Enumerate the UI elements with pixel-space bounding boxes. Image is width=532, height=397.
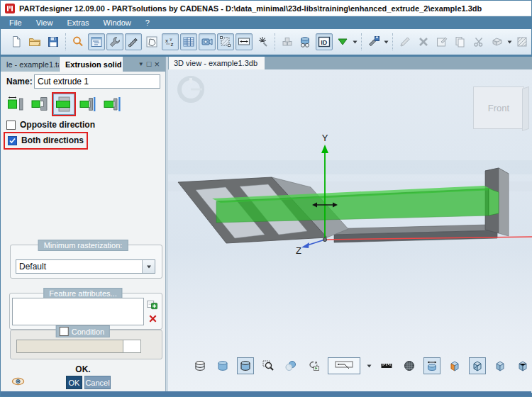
left-tab-controls: ▼ □ × — [138, 57, 165, 72]
combobox-dropdown-button[interactable] — [142, 260, 155, 273]
iso-view-2-icon — [516, 359, 529, 372]
3d-viewport[interactable]: Front — [168, 69, 532, 393]
condition-checkbox[interactable] — [60, 327, 69, 336]
annotation-tool-icon — [335, 359, 353, 372]
ruler-icon — [380, 359, 393, 372]
y-axis-arrow — [321, 145, 328, 153]
menu-window[interactable]: Window — [96, 16, 138, 29]
annotation-tool-button[interactable] — [328, 357, 360, 374]
left-tab-bar: le - example1.tab Extrusion solid ▼ □ × — [1, 57, 165, 72]
tab-extrusion-solid[interactable]: Extrusion solid — [60, 57, 123, 72]
tab-example1-tab[interactable]: le - example1.tab — [1, 57, 60, 72]
selection-area-icon — [219, 35, 232, 48]
paste-button — [489, 33, 506, 50]
model-flange-side — [499, 168, 509, 236]
extrude-mode-blind-depth-button[interactable] — [5, 94, 26, 115]
iso-view-1-button[interactable] — [492, 357, 509, 374]
3d-scene: Y Z — [168, 69, 532, 393]
copy-button — [452, 33, 469, 50]
section-view-button[interactable] — [469, 357, 486, 374]
render-quality-icon — [284, 359, 297, 372]
condition-input — [16, 340, 123, 353]
menu-help[interactable]: ? — [138, 16, 157, 29]
dimensioning-button[interactable] — [235, 33, 253, 50]
blind-depth-icon — [6, 95, 25, 113]
app-window: PARTdesigner 12.09.00 - PARTsolutions by… — [0, 0, 532, 397]
wireframe-view-button[interactable] — [192, 357, 209, 374]
tools-wrench-button[interactable] — [106, 33, 123, 50]
open-file-button[interactable] — [26, 33, 43, 50]
new-file-button[interactable] — [8, 33, 25, 50]
render-quality-button[interactable] — [282, 357, 299, 374]
direction-arrow-icon — [336, 35, 349, 48]
tab-list-dropdown-icon[interactable]: ▼ — [138, 57, 144, 72]
shaded-view-button[interactable] — [214, 357, 231, 374]
wireframe-view-icon — [194, 359, 206, 372]
extrude-mode-up-to-next-button[interactable] — [29, 94, 50, 115]
zoom-area-icon — [262, 359, 275, 372]
through-all-icon — [55, 95, 73, 113]
save-icon — [47, 35, 60, 48]
toolbar-separator — [392, 33, 393, 50]
extrude-mode-up-to-surface-button[interactable] — [77, 94, 99, 115]
menu-view[interactable]: View — [29, 16, 60, 29]
zoom-area-button[interactable] — [260, 357, 277, 374]
magic-wand-button[interactable] — [254, 33, 271, 50]
toolbar-separator — [361, 33, 362, 50]
coordinate-system-button[interactable]: xyz — [162, 33, 179, 50]
close-icon[interactable]: × — [154, 57, 160, 72]
ruler-button[interactable] — [378, 357, 395, 374]
delete-attribute-icon[interactable] — [147, 313, 158, 324]
origin-marker[interactable] — [323, 237, 326, 241]
extrude-mode-through-all-button[interactable] — [53, 94, 74, 115]
assembly-button — [279, 33, 296, 50]
toolbar-grip[interactable] — [4, 33, 5, 50]
ok-button[interactable]: OK — [66, 376, 82, 389]
value-table-button[interactable] — [180, 33, 197, 50]
cut-icon — [472, 35, 485, 48]
value-table-icon — [182, 35, 195, 48]
iso-view-2-button[interactable] — [514, 357, 531, 374]
measure-solid-icon — [426, 359, 438, 372]
measure-solid-button[interactable] — [423, 357, 440, 374]
shaded-edges-view-button[interactable] — [237, 357, 254, 374]
mesh-view-button[interactable] — [401, 357, 418, 374]
maximize-icon[interactable]: □ — [147, 57, 152, 72]
direction-arrow-dropdown-icon[interactable] — [352, 33, 358, 50]
menu-extras[interactable]: Extras — [60, 16, 96, 29]
search-button[interactable] — [70, 33, 87, 50]
up-to-plane-icon — [103, 95, 121, 113]
part-structure-button[interactable] — [88, 33, 105, 50]
screw-feature-button[interactable] — [125, 33, 142, 50]
both-directions-checkbox[interactable] — [8, 136, 17, 145]
save-feature-button[interactable] — [365, 33, 382, 50]
cancel-button[interactable]: Cancel — [84, 376, 111, 389]
sketch-button[interactable] — [143, 33, 160, 50]
selection-area-button[interactable] — [217, 33, 234, 50]
save-feature-icon — [367, 35, 380, 48]
add-attribute-icon[interactable] — [146, 298, 157, 310]
menu-bar: File View Extras Window ? — [1, 16, 531, 29]
visibility-eye-icon[interactable] — [11, 376, 25, 387]
save-button[interactable] — [45, 33, 62, 50]
tab-3d-view[interactable]: 3D view - example1.3db — [169, 57, 265, 69]
menu-file[interactable]: File — [2, 16, 29, 29]
window-frame-bottom — [1, 391, 531, 396]
min-rasterization-combobox[interactable]: Default — [16, 259, 155, 274]
save-feature-dropdown-icon[interactable] — [383, 33, 389, 50]
face-orientation-button[interactable] — [446, 357, 463, 374]
opposite-direction-checkbox[interactable] — [6, 121, 16, 130]
condition-input-end — [123, 340, 141, 353]
min-rasterization-value: Default — [16, 262, 142, 272]
annotation-tool-dropdown-icon[interactable] — [366, 357, 372, 374]
section-view-icon — [471, 359, 484, 372]
inspect-solid-button[interactable] — [297, 33, 314, 50]
feature-attributes-list[interactable] — [12, 298, 144, 325]
direction-arrow-button[interactable] — [334, 33, 351, 50]
name-input[interactable] — [34, 74, 160, 89]
id-display-button[interactable]: ID — [316, 33, 333, 50]
title-bar: PARTdesigner 12.09.00 - PARTsolutions by… — [1, 1, 531, 16]
extrude-mode-up-to-plane-button[interactable] — [101, 94, 123, 115]
view-projection-button[interactable] — [199, 33, 216, 50]
animation-button[interactable] — [305, 357, 322, 374]
